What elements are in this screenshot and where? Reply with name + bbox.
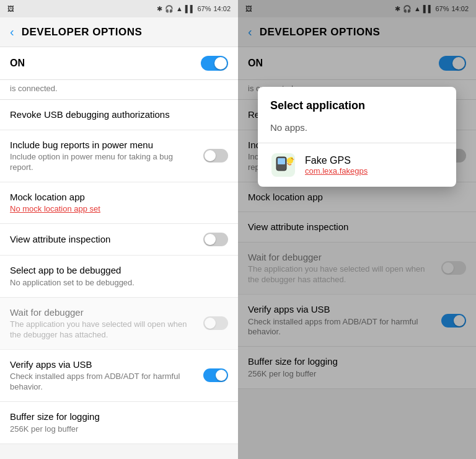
left-connected-text: is connected. <box>0 80 238 100</box>
left-buffer-logging-title: Buffer size for logging <box>10 411 228 423</box>
dialog-no-apps-label: No apps. <box>258 117 456 143</box>
bluetooth-icon: ✱ <box>157 5 162 13</box>
left-header: ‹ DEVELOPER OPTIONS <box>0 17 238 47</box>
left-wait-debugger-toggle <box>203 316 228 330</box>
left-status-right: ✱ 🎧 ▲ ▌▌ 67% 14:02 <box>157 5 231 13</box>
left-on-label: ON <box>10 58 25 69</box>
left-settings-list: Revoke USB debugging authorizations Incl… <box>0 100 238 459</box>
dialog-overlay[interactable]: Select application No apps. <box>238 0 476 459</box>
left-wait-debugger-text: Wait for debugger The application you ha… <box>10 306 198 341</box>
left-revoke-usb-title: Revoke USB debugging authorizations <box>10 109 228 121</box>
select-application-dialog: Select application No apps. <box>258 87 456 187</box>
left-bug-report-text: Include bug reports in power menu Includ… <box>10 139 198 173</box>
fake-gps-info: Fake GPS com.lexa.fakegps <box>305 155 444 176</box>
left-buffer-logging-text: Buffer size for logging 256K per log buf… <box>10 411 228 434</box>
fake-gps-name: Fake GPS <box>305 155 444 166</box>
fake-gps-app-item[interactable]: Fake GPS com.lexa.fakegps <box>258 143 456 187</box>
signal-icon: ▌▌ <box>185 5 195 12</box>
svg-rect-2 <box>278 158 285 164</box>
left-bug-report-title: Include bug reports in power menu <box>10 139 198 151</box>
left-view-attr-item[interactable]: View attribute inspection <box>0 224 238 256</box>
headphone-icon: 🎧 <box>165 5 174 13</box>
left-verify-usb-item[interactable]: Verify apps via USB Check installed apps… <box>0 350 238 402</box>
left-panel: 🖼 ✱ 🎧 ▲ ▌▌ 67% 14:02 ‹ DEVELOPER OPTIONS… <box>0 0 238 459</box>
left-revoke-usb-text: Revoke USB debugging authorizations <box>10 109 228 121</box>
left-select-debug-text: Select app to be debugged No application… <box>10 264 228 288</box>
left-status-left: 🖼 <box>7 5 14 12</box>
left-verify-usb-title: Verify apps via USB <box>10 359 198 371</box>
fake-gps-package: com.lexa.fakegps <box>305 166 444 176</box>
left-wait-debugger-subtitle: The application you have selected will o… <box>10 319 198 341</box>
battery-left: 67% <box>197 5 211 12</box>
left-buffer-logging-item[interactable]: Buffer size for logging 256K per log buf… <box>0 402 238 443</box>
left-revoke-usb-item[interactable]: Revoke USB debugging authorizations <box>0 100 238 130</box>
left-view-attr-text: View attribute inspection <box>10 233 198 246</box>
left-bug-report-toggle[interactable] <box>203 149 228 163</box>
left-select-debug-item[interactable]: Select app to be debugged No application… <box>0 256 238 297</box>
left-view-attr-toggle[interactable] <box>203 233 228 246</box>
left-main-toggle[interactable] <box>201 56 228 71</box>
left-buffer-logging-subtitle: 256K per log buffer <box>10 424 228 435</box>
left-mock-location-item[interactable]: Mock location app No mock location app s… <box>0 182 238 224</box>
left-back-button[interactable]: ‹ <box>10 25 14 39</box>
fake-gps-icon <box>270 152 296 178</box>
time-left: 14:02 <box>213 5 231 12</box>
left-mock-location-subtitle: No mock location app set <box>10 204 228 215</box>
left-bug-report-item[interactable]: Include bug reports in power menu Includ… <box>0 130 238 182</box>
dialog-title: Select application <box>258 87 456 117</box>
left-view-attr-title: View attribute inspection <box>10 233 198 246</box>
left-on-row: ON <box>0 47 238 80</box>
left-select-debug-subtitle: No application set to be debugged. <box>10 278 228 288</box>
left-page-title: DEVELOPER OPTIONS <box>22 26 143 38</box>
svg-point-6 <box>291 158 292 159</box>
left-status-bar: 🖼 ✱ 🎧 ▲ ▌▌ 67% 14:02 <box>0 0 238 17</box>
wifi-icon: ▲ <box>176 5 183 12</box>
left-mock-location-title: Mock location app <box>10 191 228 203</box>
svg-point-4 <box>289 157 293 161</box>
left-verify-usb-toggle[interactable] <box>203 368 228 382</box>
left-verify-usb-subtitle: Check installed apps from ADB/ADT for ha… <box>10 372 198 393</box>
left-wait-debugger-item: Wait for debugger The application you ha… <box>0 298 238 350</box>
camera-icon: 🖼 <box>7 5 14 12</box>
left-wait-debugger-title: Wait for debugger <box>10 306 198 319</box>
left-select-debug-title: Select app to be debugged <box>10 264 228 277</box>
right-panel: 🖼 ✱ 🎧 ▲ ▌▌ 67% 14:02 ‹ DEVELOPER OPTIONS… <box>238 0 476 459</box>
left-mock-location-text: Mock location app No mock location app s… <box>10 191 228 215</box>
left-bug-report-subtitle: Include option in power menu for taking … <box>10 152 198 173</box>
left-verify-usb-text: Verify apps via USB Check installed apps… <box>10 359 198 393</box>
